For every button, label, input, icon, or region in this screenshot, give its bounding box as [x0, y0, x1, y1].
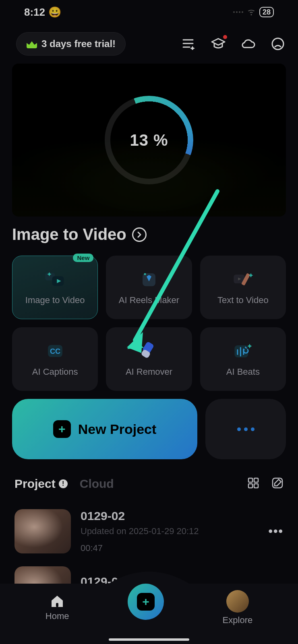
new-project-label: New Project — [78, 421, 157, 437]
feature-ai-captions[interactable]: CC AI Captions — [12, 327, 98, 391]
svg-point-7 — [144, 273, 146, 275]
project-more-button[interactable]: ••• — [268, 524, 284, 538]
chevron-right-icon — [132, 227, 147, 242]
info-badge-icon: ! — [59, 479, 68, 488]
more-options-button[interactable] — [205, 399, 286, 459]
feature-label: AI Reels Maker — [119, 295, 179, 305]
signal-dots-icon — [233, 11, 243, 13]
list-sparkle-button[interactable] — [180, 36, 197, 52]
nav-explore-label: Explore — [223, 615, 253, 625]
home-indicator — [109, 638, 189, 641]
tabs-actions — [247, 477, 284, 491]
feature-label: AI Beats — [226, 367, 260, 377]
progress-ring: 13 % — [105, 96, 193, 184]
free-trial-label: 3 days free trial! — [41, 38, 116, 50]
svg-rect-20 — [248, 484, 252, 488]
progress-percent: 13 % — [130, 131, 168, 149]
project-item[interactable]: 0129-02 Updated on 2025-01-29 20:12 00:4… — [14, 503, 284, 560]
emoji-icon: 😀 — [48, 6, 61, 19]
hero-preview[interactable]: 13 % — [12, 64, 286, 217]
hero-title-row[interactable]: Image to Video — [12, 225, 298, 244]
beats-icon — [231, 341, 255, 361]
tabs: Project ! Cloud — [14, 477, 114, 491]
text-to-video-icon — [231, 269, 255, 289]
plus-icon: + — [137, 593, 155, 611]
svg-rect-19 — [254, 478, 258, 482]
avatar-icon — [226, 590, 249, 613]
svg-rect-18 — [248, 478, 252, 482]
feature-label: Text to Video — [217, 295, 269, 305]
project-meta: 0129-02 Updated on 2025-01-29 20:12 00:4… — [81, 509, 259, 553]
feature-ai-reels-maker[interactable]: AI Reels Maker — [106, 256, 192, 319]
tabs-row: Project ! Cloud — [0, 459, 298, 495]
new-badge: New — [73, 254, 93, 262]
hero-title: Image to Video — [12, 225, 126, 244]
feature-image-to-video[interactable]: New Image to Video — [12, 256, 98, 319]
status-time: 8:12 — [24, 6, 45, 19]
feature-label: AI Captions — [32, 367, 78, 377]
nav-create-button[interactable]: + — [128, 584, 164, 620]
bottom-nav: Home + Explore — [0, 572, 298, 644]
crown-icon — [27, 39, 37, 48]
header: 3 days free trial! — [0, 24, 298, 60]
project-name: 0129-02 — [81, 509, 259, 523]
tab-cloud[interactable]: Cloud — [80, 477, 114, 491]
svg-rect-23 — [56, 603, 58, 607]
project-updated: Updated on 2025-01-29 20:12 — [81, 526, 259, 537]
feature-label: Image to Video — [25, 295, 85, 305]
edit-button[interactable] — [271, 477, 284, 491]
reels-icon — [137, 269, 161, 289]
status-bar: 8:12 😀 28 — [0, 0, 298, 24]
status-right: 28 — [233, 7, 274, 17]
feature-ai-remover[interactable]: AI Remover — [106, 327, 192, 391]
feature-grid: New Image to Video AI Reels Maker — [0, 244, 298, 391]
nav-home-label: Home — [46, 611, 69, 621]
eraser-icon — [137, 341, 161, 361]
wifi-icon — [247, 9, 255, 15]
free-trial-button[interactable]: 3 days free trial! — [16, 32, 126, 56]
nav-home[interactable]: Home — [46, 594, 69, 621]
grid-view-button[interactable] — [247, 477, 259, 491]
battery-level: 28 — [263, 8, 271, 17]
status-left: 8:12 😀 — [24, 6, 61, 19]
svg-rect-21 — [254, 484, 258, 488]
nav-explore[interactable]: Explore — [223, 590, 253, 625]
project-duration: 00:47 — [81, 543, 259, 553]
header-icons — [180, 36, 286, 52]
tab-cloud-label: Cloud — [80, 477, 114, 491]
svg-text:CC: CC — [50, 347, 60, 355]
tab-project[interactable]: Project ! — [14, 477, 68, 491]
project-thumbnail — [14, 509, 71, 553]
plus-icon: + — [53, 420, 71, 438]
svg-point-3 — [272, 38, 284, 50]
home-icon — [49, 594, 65, 609]
feature-ai-beats[interactable]: AI Beats — [200, 327, 286, 391]
image-to-video-icon — [43, 269, 67, 289]
feature-label: AI Remover — [126, 367, 172, 377]
new-project-button[interactable]: + New Project — [12, 399, 197, 459]
battery-indicator: 28 — [259, 7, 274, 17]
feature-text-to-video[interactable]: Text to Video — [200, 256, 286, 319]
tab-project-label: Project — [14, 477, 56, 491]
profile-button[interactable] — [270, 36, 286, 52]
cloud-button[interactable] — [240, 36, 256, 52]
notification-dot — [223, 35, 227, 39]
action-row: + New Project — [0, 391, 298, 459]
education-button[interactable] — [210, 36, 226, 52]
captions-icon: CC — [43, 341, 67, 361]
ellipsis-icon — [237, 427, 255, 431]
